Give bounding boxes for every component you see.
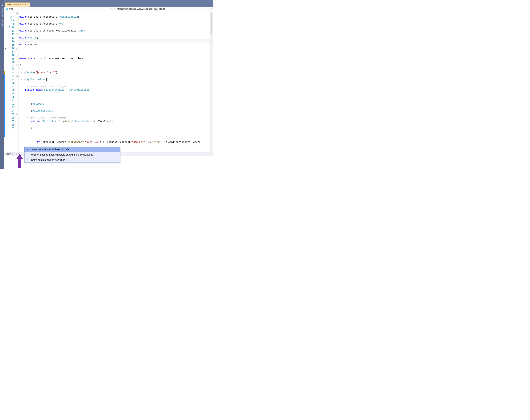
line-numbers: 1 2 3 4 5 6 7 8 9 10 11 12 13 14 15 16 1… bbox=[8, 11, 16, 152]
document-tab-row: FileController.cs* ⊿ ✕ bbox=[4, 2, 213, 7]
code-editor[interactable]: ◉↑ 1 2 3 4 5 6 7 8 9 10 11 12 13 14 15 1… bbox=[4, 11, 213, 152]
class-icon: 🔗 bbox=[114, 8, 116, 10]
outlining-margin: − − − − − − bbox=[16, 11, 19, 152]
fold-toggle[interactable]: − bbox=[16, 12, 18, 14]
fold-toggle[interactable]: − bbox=[16, 64, 18, 66]
zoom-dropdown[interactable]: 100 % ▼ bbox=[5, 153, 13, 155]
menu-item-show-on-new-lines[interactable]: ✓ Show completions on new lines bbox=[25, 157, 120, 163]
bookmark-icon: ◉↑ bbox=[5, 47, 7, 49]
chevron-down-icon: ▾ bbox=[210, 8, 211, 10]
fold-toggle[interactable]: − bbox=[16, 48, 18, 50]
codelens-method[interactable]: 0 references | 0 changes | 0 authors, 0 … bbox=[19, 117, 66, 119]
tab-filename: FileController.cs* bbox=[7, 3, 23, 6]
codelens-class[interactable]: 0 references | 0 changes | 0 authors, 0 … bbox=[19, 85, 66, 88]
server-explorer-tab[interactable]: Server Explorer bbox=[1, 1, 4, 18]
menu-item-label: Wait for pauses in typing before showing… bbox=[31, 153, 93, 156]
fold-toggle[interactable]: − bbox=[16, 113, 18, 115]
code-content: using·Microsoft.AspNetCore.Authorization… bbox=[19, 11, 213, 152]
menu-item-label: Show completions on new lines bbox=[31, 159, 65, 161]
check-icon: ✓ bbox=[26, 148, 29, 151]
indicator-margin: ◉↑ bbox=[4, 11, 8, 152]
menu-item-wait-for-pauses[interactable]: Wait for pauses in typing before showing… bbox=[25, 152, 120, 157]
navigation-bar: 🌐 Web ▾ 🔗 Microsoft.eShopWeb.Web.Control… bbox=[4, 7, 213, 11]
code-text-area[interactable]: using·Microsoft.AspNetCore.Authorization… bbox=[19, 11, 213, 152]
editor-gutter: ◉↑ 1 2 3 4 5 6 7 8 9 10 11 12 13 14 15 1… bbox=[4, 11, 16, 152]
change-marker bbox=[4, 74, 5, 137]
nav-symbol-label: Microsoft.eShopWeb.Web.Controllers.FileC… bbox=[117, 8, 165, 10]
window-titlebar bbox=[4, 0, 213, 2]
vertical-scrollbar[interactable] bbox=[210, 11, 213, 152]
nav-project-dropdown[interactable]: 🌐 Web ▾ bbox=[4, 7, 113, 11]
separator bbox=[15, 153, 15, 155]
check-icon: ✓ bbox=[26, 159, 29, 161]
globe-icon: 🌐 bbox=[5, 8, 8, 10]
menu-item-show-line-completions[interactable]: ✓ Show completions for lines of code bbox=[25, 147, 120, 152]
callout-arrow bbox=[16, 154, 24, 168]
change-marker bbox=[4, 71, 5, 74]
scrollbar-thumb[interactable] bbox=[211, 13, 212, 34]
pin-tab-icon[interactable]: ⊿ bbox=[24, 3, 26, 6]
close-tab-icon[interactable]: ✕ bbox=[27, 3, 29, 6]
document-tab-filecontroller[interactable]: FileController.cs* ⊿ ✕ bbox=[5, 2, 30, 7]
zoom-value: 100 % bbox=[5, 153, 11, 155]
nav-project-label: Web bbox=[9, 8, 13, 10]
left-toolstrip: Server Explorer Toolbox bbox=[0, 0, 4, 169]
fold-toggle[interactable]: − bbox=[16, 33, 18, 34]
toolbox-tab[interactable]: Toolbox bbox=[1, 18, 4, 27]
menu-item-label: Show completions for lines of code bbox=[31, 148, 69, 151]
intellicode-options-menu: ✓ Show completions for lines of code Wai… bbox=[24, 147, 120, 163]
fold-toggle[interactable]: − bbox=[16, 75, 18, 76]
chevron-down-icon: ▼ bbox=[12, 153, 13, 155]
nav-symbol-dropdown[interactable]: 🔗 Microsoft.eShopWeb.Web.Controllers.Fil… bbox=[113, 7, 213, 11]
svg-marker-0 bbox=[16, 154, 23, 168]
chevron-down-icon: ▾ bbox=[110, 8, 112, 10]
